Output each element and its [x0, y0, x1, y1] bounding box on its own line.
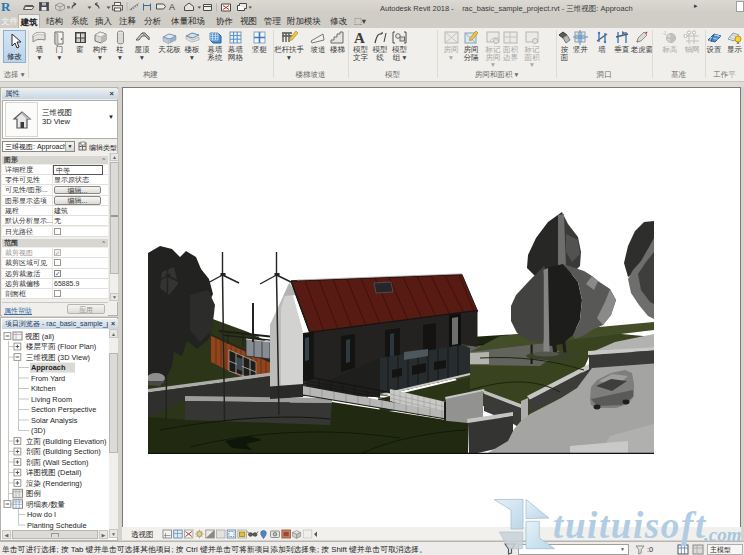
svg-text:From Yard: From Yard	[31, 374, 65, 383]
svg-text:(3D): (3D)	[31, 426, 45, 435]
svg-text:图例: 图例	[26, 489, 41, 498]
svg-text:详图视图 (Detail): 详图视图 (Detail)	[26, 468, 81, 477]
svg-text:剖面 (Building Section): 剖面 (Building Section)	[26, 447, 101, 456]
svg-text:楼层平面 (Floor Plan): 楼层平面 (Floor Plan)	[26, 342, 96, 351]
svg-text:视图 (all): 视图 (all)	[25, 332, 54, 341]
svg-text:剖面 (Wall Section): 剖面 (Wall Section)	[26, 458, 89, 467]
svg-text:三维视图 (3D View): 三维视图 (3D View)	[26, 353, 90, 362]
svg-text:明细表/数量: 明细表/数量	[26, 500, 66, 509]
svg-text:立面 (Building Elevation): 立面 (Building Elevation)	[26, 437, 107, 446]
svg-text:A: A	[169, 2, 175, 12]
svg-text:Living Room: Living Room	[31, 395, 72, 404]
svg-text:渲染 (Rendering): 渲染 (Rendering)	[26, 479, 82, 488]
svg-text:A: A	[354, 30, 365, 46]
svg-text:Solar Analysis: Solar Analysis	[31, 416, 78, 425]
svg-text:Approach: Approach	[31, 363, 66, 372]
svg-text:Kitchen: Kitchen	[31, 384, 56, 393]
svg-text:Planting Schedule: Planting Schedule	[27, 521, 87, 530]
svg-text:R: R	[1, 0, 11, 13]
svg-text:How do I: How do I	[27, 510, 56, 519]
svg-text:Section Perspective: Section Perspective	[31, 405, 96, 414]
svg-text:-1: -1	[662, 30, 667, 36]
